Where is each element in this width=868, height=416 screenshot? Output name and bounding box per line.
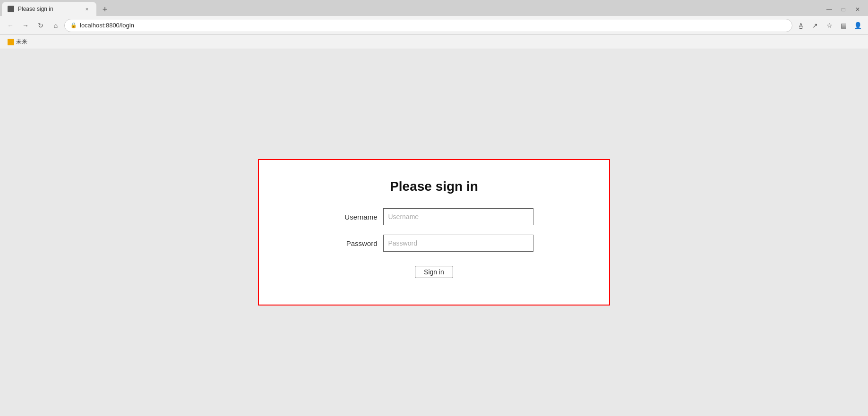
sidebar-button[interactable]: ▤ [837,19,850,32]
tab-favicon [8,6,14,12]
new-tab-button[interactable]: + [98,3,112,16]
share-icon: ↗ [812,22,818,29]
minimize-button[interactable]: — [823,3,836,16]
refresh-icon: ↻ [38,22,43,29]
profile-button[interactable]: 👤 [851,19,864,32]
username-label: Username [335,213,378,221]
forward-icon: → [22,22,29,29]
sidebar-icon: ▤ [841,22,847,29]
favorites-button[interactable]: ☆ [823,19,836,32]
nav-bar: ← → ↻ ⌂ 🔒 localhost:8800/login A̲ ↗ ☆ [0,16,868,35]
home-icon: ⌂ [54,22,58,29]
password-label: Password [335,239,378,247]
share-button[interactable]: ↗ [808,19,822,32]
back-icon: ← [7,22,14,29]
home-button[interactable]: ⌂ [49,19,62,32]
signin-button[interactable]: Sign in [415,266,453,278]
password-group: Password [335,235,533,252]
username-input[interactable] [383,208,533,225]
tab-bar: Please sign in × + — □ ✕ [0,0,868,16]
address-text: localhost:8800/login [80,22,134,29]
tab-title: Please sign in [18,6,79,12]
refresh-button[interactable]: ↻ [34,19,47,32]
bookmark-label: 未来 [16,38,27,46]
close-button[interactable]: ✕ [851,3,864,16]
nav-actions: A̲ ↗ ☆ ▤ 👤 [794,19,864,32]
tab-close-button[interactable]: × [83,5,91,13]
bookmark-item[interactable]: 未来 [4,37,31,47]
restore-button[interactable]: □ [837,3,850,16]
login-card: Please sign in Username Password Sign in [258,159,610,306]
back-button[interactable]: ← [4,19,17,32]
translate-icon: A̲ [799,22,803,29]
lock-icon: 🔒 [70,22,77,28]
username-group: Username [335,208,533,225]
profile-icon: 👤 [854,22,862,29]
page-content: Please sign in Username Password Sign in [0,49,868,416]
translate-button[interactable]: A̲ [794,19,808,32]
bookmarks-bar: 未来 [0,35,868,49]
login-title: Please sign in [390,179,478,194]
active-tab[interactable]: Please sign in × [2,2,96,16]
password-input[interactable] [383,235,533,252]
forward-button[interactable]: → [19,19,32,32]
browser-chrome: Please sign in × + — □ ✕ ← → ↻ ⌂ 🔒 local… [0,0,868,49]
favorites-icon: ☆ [826,22,833,29]
address-bar[interactable]: 🔒 localhost:8800/login [64,19,792,32]
bookmark-favicon [8,39,14,45]
